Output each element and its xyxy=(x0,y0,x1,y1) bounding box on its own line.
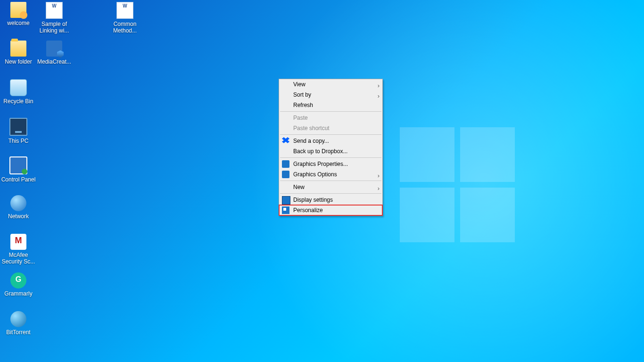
send-a-copy-icon xyxy=(282,137,289,145)
desktop-icon-sample-linking[interactable]: Sample of Linking wi... xyxy=(37,2,72,34)
context-menu-separator xyxy=(280,111,381,112)
context-menu-item-label: Send a copy... xyxy=(293,138,329,144)
context-menu-item-label: Personalize xyxy=(293,207,323,214)
graphics-properties-icon xyxy=(282,160,289,168)
desktop-icon-label: Recycle Bin xyxy=(1,98,36,105)
context-menu-item-paste: Paste xyxy=(279,113,382,123)
context-menu-item-label: Sort by xyxy=(293,91,311,98)
context-menu-item-label: Paste xyxy=(293,115,308,121)
this-pc-icon xyxy=(9,118,27,136)
context-menu-item-send-a-copy[interactable]: Send a copy... xyxy=(279,136,382,146)
chevron-right-icon: › xyxy=(378,183,380,194)
desktop-icon-label: This PC xyxy=(1,138,36,144)
grammarly-icon xyxy=(10,272,26,288)
welcome-icon xyxy=(10,2,26,18)
context-menu-item-label: Graphics Properties... xyxy=(293,161,348,167)
mcafee-icon xyxy=(10,234,26,250)
context-menu-item-refresh[interactable]: Refresh xyxy=(279,100,382,110)
chevron-right-icon: › xyxy=(378,171,380,181)
desktop-icon-common-method[interactable]: Common Method... xyxy=(107,2,142,34)
desktop-icon-control-panel[interactable]: Control Panel xyxy=(1,156,36,183)
desktop-icon-label: Control Panel xyxy=(1,176,36,183)
sample-linking-icon xyxy=(46,2,63,19)
context-menu-item-new[interactable]: New› xyxy=(279,182,382,192)
media-creation-icon xyxy=(46,41,62,57)
context-menu-item-graphics-options[interactable]: Graphics Options› xyxy=(279,169,382,180)
context-menu-item-label: Display settings xyxy=(293,197,333,203)
context-menu-item-label: Graphics Options xyxy=(293,171,337,178)
desktop-icon-label: Grammarly xyxy=(1,290,36,297)
context-menu-item-sort-by[interactable]: Sort by› xyxy=(279,90,382,100)
new-folder-icon xyxy=(10,41,26,57)
recycle-bin-icon xyxy=(10,79,27,96)
desktop-icon-network[interactable]: Network xyxy=(1,195,36,220)
context-menu-separator xyxy=(280,157,381,158)
context-menu-separator xyxy=(280,193,381,194)
personalize-icon xyxy=(282,206,289,214)
context-menu-item-paste-shortcut: Paste shortcut xyxy=(279,123,382,133)
desktop-icon-new-folder[interactable]: New folder xyxy=(1,41,36,65)
desktop[interactable]: welcomeNew folderRecycle BinThis PCContr… xyxy=(0,0,644,362)
context-menu-separator xyxy=(280,134,381,135)
desktop-icon-label: MediaCreat... xyxy=(37,58,72,65)
context-menu-item-graphics-properties[interactable]: Graphics Properties... xyxy=(279,159,382,169)
desktop-icon-label: Network xyxy=(1,213,36,220)
context-menu-separator xyxy=(280,181,381,181)
context-menu-item-view[interactable]: View› xyxy=(279,79,382,90)
desktop-icon-label: welcome xyxy=(1,20,36,26)
context-menu-item-label: Back up to Dropbox... xyxy=(293,148,347,155)
desktop-icon-bittorrent[interactable]: BitTorrent xyxy=(1,311,36,336)
desktop-icon-this-pc[interactable]: This PC xyxy=(1,118,36,144)
desktop-icon-label: BitTorrent xyxy=(1,329,36,336)
network-icon xyxy=(10,195,26,211)
desktop-icon-mcafee[interactable]: McAfee Security Sc... xyxy=(1,234,36,265)
desktop-context-menu: View›Sort by›RefreshPastePaste shortcutS… xyxy=(279,79,383,216)
control-panel-icon xyxy=(9,156,27,174)
desktop-icon-grammarly[interactable]: Grammarly xyxy=(1,272,36,297)
context-menu-item-label: New xyxy=(293,184,305,190)
windows-logo-wallpaper xyxy=(400,127,515,242)
desktop-icon-welcome[interactable]: welcome xyxy=(1,2,36,26)
context-menu-item-label: Paste shortcut xyxy=(293,125,330,132)
desktop-icon-label: Sample of Linking wi... xyxy=(37,21,72,34)
context-menu-item-personalize[interactable]: Personalize xyxy=(279,205,382,215)
display-settings-icon xyxy=(282,196,290,205)
desktop-icon-label: McAfee Security Sc... xyxy=(1,252,36,265)
context-menu-item-back-up-to-dropbox[interactable]: Back up to Dropbox... xyxy=(279,146,382,156)
desktop-icon-recycle-bin[interactable]: Recycle Bin xyxy=(1,79,36,105)
context-menu-item-display-settings[interactable]: Display settings xyxy=(279,195,382,205)
desktop-icon-label: Common Method... xyxy=(107,21,142,34)
context-menu-item-label: Refresh xyxy=(293,102,313,108)
common-method-icon xyxy=(116,2,133,19)
context-menu-item-label: View xyxy=(293,81,305,88)
bittorrent-icon xyxy=(10,311,26,327)
desktop-icon-media-creation[interactable]: MediaCreat... xyxy=(37,41,72,65)
graphics-options-icon xyxy=(282,171,289,178)
desktop-icon-label: New folder xyxy=(1,58,36,65)
